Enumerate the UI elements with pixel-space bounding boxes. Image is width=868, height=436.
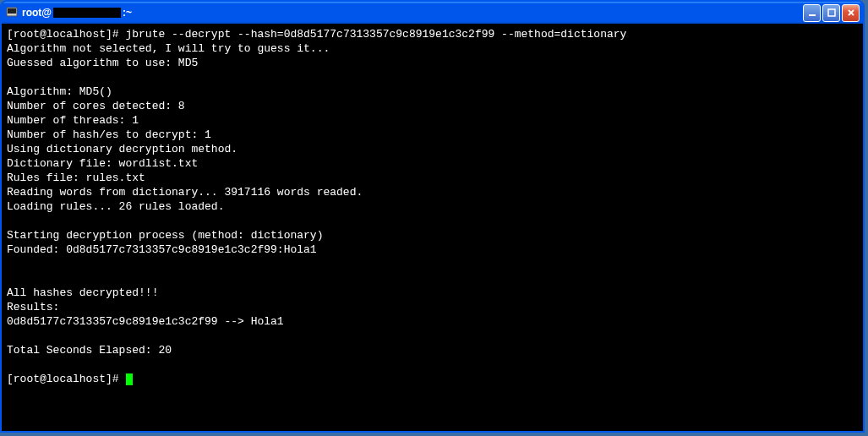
app-icon (5, 6, 19, 19)
command-text: jbrute --decrypt --hash=0d8d5177c7313357… (125, 28, 626, 41)
close-button[interactable] (842, 4, 860, 22)
prompt: [root@localhost]# (7, 373, 125, 385)
cursor (126, 373, 133, 385)
title-suffix: :~ (123, 7, 132, 19)
output-lines: Algorithm not selected, I will try to gu… (7, 42, 363, 357)
titlebar[interactable]: root@:~ (2, 2, 863, 24)
terminal-body[interactable]: [root@localhost]# jbrute --decrypt --has… (2, 24, 863, 431)
title-redacted (53, 8, 121, 18)
minimize-button[interactable] (803, 4, 821, 22)
window-title: root@:~ (22, 7, 803, 19)
svg-rect-1 (8, 8, 16, 14)
title-prefix: root@ (22, 7, 52, 19)
window-controls (803, 4, 860, 22)
terminal-window: root@:~ [root@localhost]# jbrute --decry… (0, 0, 865, 433)
svg-rect-2 (809, 14, 816, 16)
maximize-button[interactable] (822, 4, 840, 22)
svg-rect-3 (828, 9, 835, 16)
prompt: [root@localhost]# (7, 28, 125, 41)
